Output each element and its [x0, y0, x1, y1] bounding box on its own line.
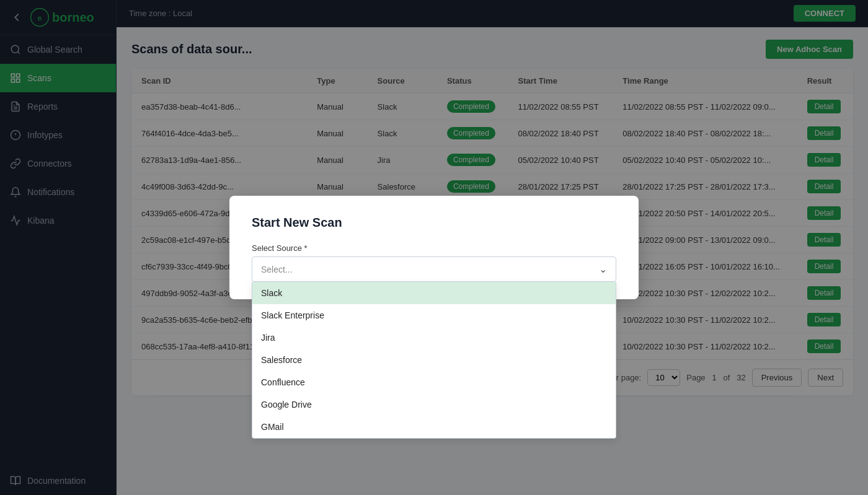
dropdown-item-jira[interactable]: Jira	[252, 326, 616, 349]
dropdown-item-gmail[interactable]: GMail	[252, 416, 616, 438]
select-source-label: Select Source *	[252, 243, 616, 253]
dropdown-item-salesforce[interactable]: Salesforce	[252, 349, 616, 371]
dropdown-item-confluence[interactable]: Confluence	[252, 371, 616, 393]
select-container: Select... ⌄ SlackSlack EnterpriseJiraSal…	[252, 256, 616, 282]
dropdown-item-slack[interactable]: Slack	[252, 282, 616, 304]
modal-overlay[interactable]: Start New Scan Select Source * Select...…	[0, 0, 868, 495]
select-source-input[interactable]: Select... ⌄	[252, 256, 616, 282]
chevron-down-icon: ⌄	[599, 263, 607, 275]
modal-title: Start New Scan	[252, 216, 616, 230]
select-placeholder: Select...	[261, 265, 293, 274]
dropdown-item-slack-enterprise[interactable]: Slack Enterprise	[252, 304, 616, 326]
start-new-scan-modal: Start New Scan Select Source * Select...…	[229, 196, 639, 299]
dropdown-item-google-drive[interactable]: Google Drive	[252, 393, 616, 416]
dropdown-list: SlackSlack EnterpriseJiraSalesforceConfl…	[252, 282, 616, 439]
